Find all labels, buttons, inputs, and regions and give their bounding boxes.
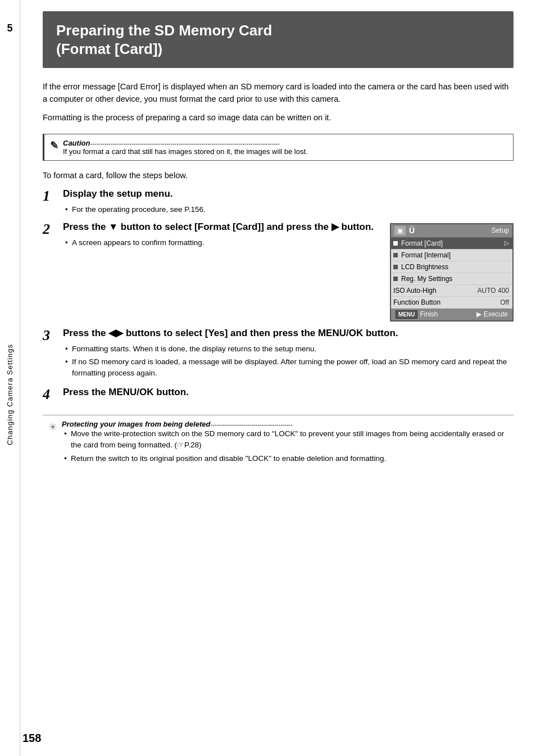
menu-label-function: Function Button bbox=[393, 298, 498, 306]
step-1-number: 1 bbox=[43, 189, 63, 203]
menu-label-lcd: LCD Brightness bbox=[401, 263, 509, 271]
menu-bullet-1 bbox=[393, 241, 398, 246]
step-2-title: Press the ▼ button to select [Format [Ca… bbox=[63, 221, 381, 234]
menu-value-iso: AUTO 400 bbox=[478, 287, 509, 295]
menu-finish-label: Finish bbox=[420, 310, 438, 318]
chapter-number: 5 bbox=[7, 22, 12, 34]
menu-footer: MENU Finish ▶ Execute bbox=[391, 309, 512, 320]
intro-para1: If the error message [Card Error] is dis… bbox=[43, 80, 514, 106]
tip-bullet-1: Move the write-protection switch on the … bbox=[62, 428, 507, 451]
tip-icon: ☀ bbox=[48, 421, 57, 433]
menu-title: Setup bbox=[492, 227, 509, 234]
steps-intro: To format a card, follow the steps below… bbox=[43, 171, 514, 180]
menu-row-format-internal: Format [Internal] bbox=[391, 250, 512, 261]
chapter-label: Changing Camera Settings bbox=[6, 344, 14, 445]
step-2: 2 Press the ▼ button to select [Format [… bbox=[43, 221, 514, 322]
menu-label-my-settings: Reg. My Settings bbox=[401, 275, 509, 283]
menu-execute-label: ▶ Execute bbox=[476, 310, 508, 319]
step-2-text: Press the ▼ button to select [Format [Ca… bbox=[63, 221, 381, 250]
step-4-title: Press the MENU/OK button. bbox=[63, 386, 514, 399]
step-3-bullet-2: If no SD memory card is loaded, a messag… bbox=[63, 356, 514, 379]
menu-arrow-1: ▷ bbox=[505, 239, 509, 247]
step-4: 4 Press the MENU/OK button. bbox=[43, 386, 514, 402]
menu-row-iso: ISO Auto-High AUTO 400 bbox=[391, 285, 512, 297]
intro-para2: Formatting is the process of preparing a… bbox=[43, 111, 514, 124]
step-2-bullet-1: A screen appears to confirm formatting. bbox=[63, 237, 381, 248]
menu-row-my-settings: Reg. My Settings bbox=[391, 273, 512, 285]
tip-content: Protecting your images from being delete… bbox=[62, 420, 507, 466]
tip-box: ☀ Protecting your images from being dele… bbox=[43, 415, 514, 470]
step-3-content: Press the ◀▶ buttons to select [Yes] and… bbox=[63, 327, 514, 381]
step-1-content: Display the setup menu. For the operatin… bbox=[63, 188, 514, 217]
menu-row-function: Function Button Off bbox=[391, 297, 512, 309]
menu-label-format-internal: Format [Internal] bbox=[401, 251, 509, 259]
caution-text: If you format a card that still has imag… bbox=[63, 147, 308, 156]
menu-row-lcd: LCD Brightness bbox=[391, 261, 512, 273]
menu-settings-icon: Ü bbox=[409, 226, 415, 235]
camera-menu: ▣ Ü Setup Format [Card] ▷ bbox=[390, 223, 514, 322]
menu-camera-icon: ▣ bbox=[394, 226, 406, 236]
main-content: Preparing the SD Memory Card (Format [Ca… bbox=[20, 0, 536, 756]
step-3: 3 Press the ◀▶ buttons to select [Yes] a… bbox=[43, 327, 514, 381]
title-block: Preparing the SD Memory Card (Format [Ca… bbox=[43, 11, 514, 68]
menu-label-iso: ISO Auto-High bbox=[393, 287, 475, 295]
step-4-content: Press the MENU/OK button. bbox=[63, 386, 514, 402]
menu-label-format-card: Format [Card] bbox=[401, 239, 502, 247]
step-3-number: 3 bbox=[43, 328, 63, 343]
menu-row-format-card: Format [Card] ▷ bbox=[391, 238, 512, 250]
menu-bullet-3 bbox=[393, 265, 398, 269]
step-1-bullet-1: For the operating procedure, see P.156. bbox=[63, 204, 514, 215]
step-3-bullet-1: Formatting starts. When it is done, the … bbox=[63, 343, 514, 355]
caution-icon: ✎ bbox=[50, 139, 58, 152]
caution-content: Caution---------------------------------… bbox=[63, 139, 308, 156]
sidebar: 5 Changing Camera Settings bbox=[0, 0, 20, 756]
menu-value-function: Off bbox=[500, 298, 509, 306]
step-3-title: Press the ◀▶ buttons to select [Yes] and… bbox=[63, 327, 514, 340]
menu-header: ▣ Ü Setup bbox=[391, 224, 512, 238]
page-wrapper: 5 Changing Camera Settings Preparing the… bbox=[0, 0, 536, 756]
tip-bullet-2: Return the switch to its original positi… bbox=[62, 453, 507, 464]
caution-box: ✎ Caution-------------------------------… bbox=[43, 134, 514, 161]
step-2-content: Press the ▼ button to select [Format [Ca… bbox=[63, 221, 514, 322]
page-title: Preparing the SD Memory Card (Format [Ca… bbox=[56, 21, 500, 58]
menu-bullet-4 bbox=[393, 277, 398, 281]
page-number: 158 bbox=[22, 732, 41, 745]
step-1-title: Display the setup menu. bbox=[63, 188, 514, 201]
tip-title: Protecting your images from being delete… bbox=[62, 420, 293, 428]
step-2-number: 2 bbox=[43, 222, 63, 237]
menu-footer-left: MENU Finish bbox=[396, 310, 438, 319]
step-4-number: 4 bbox=[43, 387, 63, 402]
menu-badge: MENU bbox=[396, 310, 417, 319]
caution-title: Caution---------------------------------… bbox=[63, 139, 279, 147]
menu-bullet-2 bbox=[393, 253, 398, 257]
step-2-body: Press the ▼ button to select [Format [Ca… bbox=[63, 221, 514, 322]
step-1: 1 Display the setup menu. For the operat… bbox=[43, 188, 514, 217]
